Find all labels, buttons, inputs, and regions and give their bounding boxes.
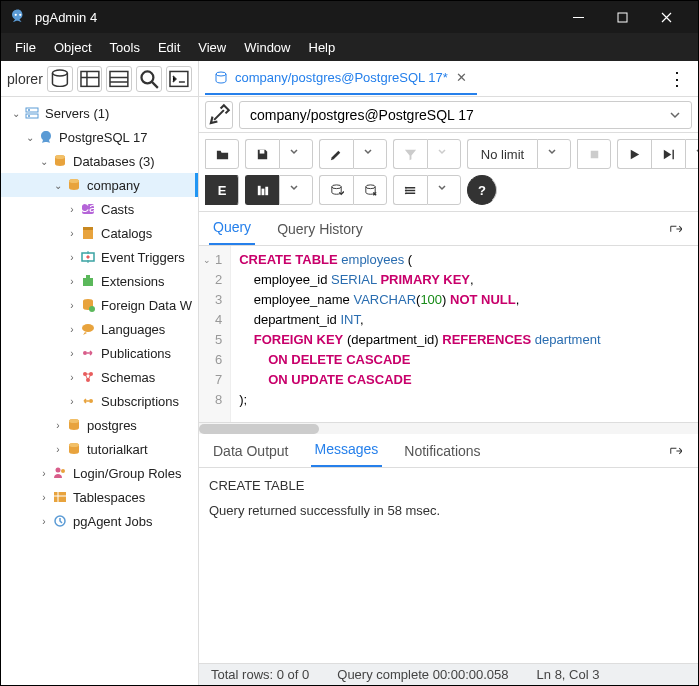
- stop-button[interactable]: [577, 139, 611, 169]
- tree-arrow-icon[interactable]: ›: [65, 276, 79, 287]
- tree-item[interactable]: ⌄PostgreSQL 17: [1, 125, 198, 149]
- tree-arrow-icon[interactable]: ›: [51, 420, 65, 431]
- svg-text:Ca: Ca: [80, 201, 96, 215]
- search-icon[interactable]: [136, 66, 162, 92]
- maximize-button[interactable]: [606, 2, 646, 32]
- tree-item[interactable]: ›Subscriptions: [1, 389, 198, 413]
- filter-menu-button[interactable]: [427, 139, 461, 169]
- tree-item[interactable]: ›Extensions: [1, 269, 198, 293]
- tab-query[interactable]: Query: [209, 211, 255, 245]
- execute-button[interactable]: [617, 139, 651, 169]
- expand-editor-icon[interactable]: [662, 216, 688, 245]
- tree-item[interactable]: ›Tablespaces: [1, 485, 198, 509]
- close-button[interactable]: [650, 2, 690, 32]
- save-button[interactable]: [245, 139, 279, 169]
- tree-arrow-icon[interactable]: ›: [65, 228, 79, 239]
- tree-item[interactable]: ›tutorialkart: [1, 437, 198, 461]
- tree-label: Databases (3): [73, 154, 155, 169]
- tree-item[interactable]: ›Event Triggers: [1, 245, 198, 269]
- tab-close-icon[interactable]: ✕: [454, 68, 469, 87]
- tree-item[interactable]: ›Schemas: [1, 365, 198, 389]
- tree-label: Subscriptions: [101, 394, 179, 409]
- edit-menu-button[interactable]: [353, 139, 387, 169]
- psql-icon[interactable]: [166, 66, 192, 92]
- tree-item[interactable]: ›postgres: [1, 413, 198, 437]
- object-tree[interactable]: ⌄Servers (1)⌄PostgreSQL 17⌄Databases (3)…: [1, 97, 198, 685]
- tree-item[interactable]: ⌄company: [1, 173, 198, 197]
- tab-query-history[interactable]: Query History: [273, 213, 367, 245]
- tree-item[interactable]: ›Publications: [1, 341, 198, 365]
- explain-analyze-button[interactable]: E: [205, 175, 239, 205]
- svg-point-1: [19, 14, 21, 16]
- tree-arrow-icon[interactable]: ›: [65, 204, 79, 215]
- tree-item[interactable]: ⌄Servers (1): [1, 101, 198, 125]
- svg-rect-8: [26, 108, 38, 112]
- connection-select[interactable]: company/postgres@PostgreSQL 17: [239, 101, 692, 129]
- help-button[interactable]: ?: [467, 175, 497, 205]
- filter-button[interactable]: [393, 139, 427, 169]
- tree-item[interactable]: ›Foreign Data W: [1, 293, 198, 317]
- sql-editor[interactable]: ⌄12345678 CREATE TABLE employees ( emplo…: [199, 246, 698, 422]
- tree-arrow-icon[interactable]: ›: [37, 468, 51, 479]
- tab-data-output[interactable]: Data Output: [209, 435, 293, 467]
- open-file-button[interactable]: [205, 139, 239, 169]
- tab-messages[interactable]: Messages: [311, 433, 383, 467]
- filter-rows-icon[interactable]: [106, 66, 132, 92]
- explain-options-menu[interactable]: [279, 175, 313, 205]
- commit-button[interactable]: [319, 175, 353, 205]
- macros-menu-button[interactable]: [427, 175, 461, 205]
- menu-view[interactable]: View: [190, 36, 234, 59]
- explain-options-button[interactable]: [245, 175, 279, 205]
- minimize-button[interactable]: [562, 2, 602, 32]
- tree-arrow-icon[interactable]: ›: [65, 300, 79, 311]
- tree-item[interactable]: ›pgAgent Jobs: [1, 509, 198, 533]
- tree-label: Foreign Data W: [101, 298, 192, 313]
- tree-arrow-icon[interactable]: ›: [65, 324, 79, 335]
- menu-help[interactable]: Help: [301, 36, 344, 59]
- edit-button[interactable]: [319, 139, 353, 169]
- svg-point-6: [142, 71, 154, 83]
- macros-button[interactable]: [393, 175, 427, 205]
- svg-point-26: [83, 351, 87, 355]
- tree-arrow-icon[interactable]: ⌄: [9, 108, 23, 119]
- query-tab[interactable]: company/postgres@PostgreSQL 17* ✕: [205, 62, 477, 95]
- view-data-icon[interactable]: [77, 66, 103, 92]
- tree-arrow-icon[interactable]: ›: [51, 444, 65, 455]
- query-tool-icon[interactable]: [47, 66, 73, 92]
- menu-object[interactable]: Object: [46, 36, 100, 59]
- execute-menu-button[interactable]: [685, 139, 699, 169]
- svg-point-32: [69, 419, 79, 423]
- tab-menu-icon[interactable]: ⋮: [662, 62, 692, 96]
- editor-scrollbar[interactable]: [199, 422, 698, 434]
- save-menu-button[interactable]: [279, 139, 313, 169]
- tree-arrow-icon[interactable]: ›: [65, 372, 79, 383]
- tree-item[interactable]: ⌄Databases (3): [1, 149, 198, 173]
- tree-arrow-icon[interactable]: ⌄: [23, 132, 37, 143]
- tab-notifications[interactable]: Notifications: [400, 435, 484, 467]
- expand-output-icon[interactable]: [662, 438, 688, 467]
- tree-arrow-icon[interactable]: ›: [65, 348, 79, 359]
- pgadmin-logo-icon: [9, 8, 27, 26]
- tree-arrow-icon[interactable]: ⌄: [37, 156, 51, 167]
- tree-arrow-icon[interactable]: ⌄: [51, 180, 65, 191]
- tree-item[interactable]: ›Catalogs: [1, 221, 198, 245]
- limit-select[interactable]: No limit: [467, 139, 537, 169]
- tree-arrow-icon[interactable]: ›: [65, 252, 79, 263]
- menu-window[interactable]: Window: [236, 36, 298, 59]
- menu-tools[interactable]: Tools: [102, 36, 148, 59]
- tree-item[interactable]: ›CaCasts: [1, 197, 198, 221]
- limit-menu-button[interactable]: [537, 139, 571, 169]
- tree-item[interactable]: ›Login/Group Roles: [1, 461, 198, 485]
- tree-item[interactable]: ›Languages: [1, 317, 198, 341]
- connection-status-icon[interactable]: [205, 101, 233, 129]
- rollback-button[interactable]: [353, 175, 387, 205]
- svg-point-48: [405, 189, 407, 191]
- explain-button[interactable]: [651, 139, 685, 169]
- tree-arrow-icon[interactable]: ›: [65, 396, 79, 407]
- menu-edit[interactable]: Edit: [150, 36, 188, 59]
- tree-label: Event Triggers: [101, 250, 185, 265]
- scroll-thumb[interactable]: [199, 424, 319, 434]
- tree-arrow-icon[interactable]: ›: [37, 516, 51, 527]
- menu-file[interactable]: File: [7, 36, 44, 59]
- tree-arrow-icon[interactable]: ›: [37, 492, 51, 503]
